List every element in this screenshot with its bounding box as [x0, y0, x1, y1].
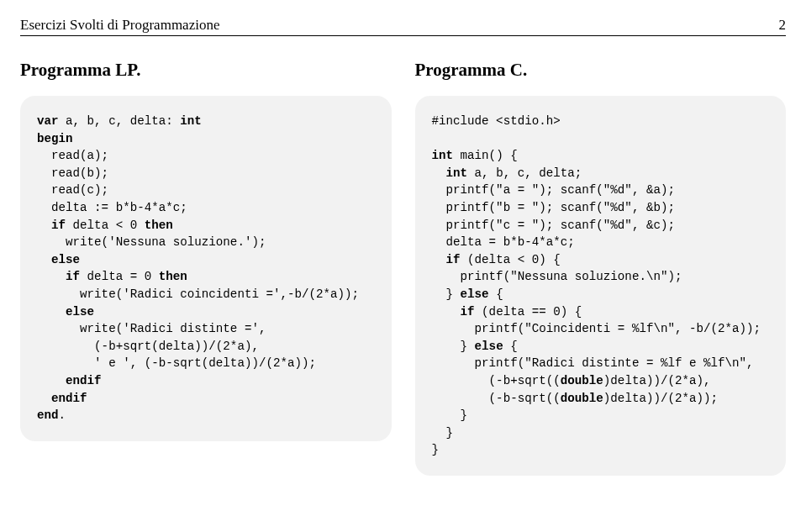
code-text: write('Nessuna soluzione.');: [37, 235, 266, 249]
code-text: {: [489, 287, 503, 301]
code-text: (-b+sqrt(delta))/(2*a),: [37, 340, 259, 353]
code-text: )delta))/(2*a),: [603, 374, 711, 387]
kw-int: int: [446, 166, 468, 180]
code-text: }: [432, 426, 454, 440]
code-text: [37, 270, 66, 283]
kw-then: then: [159, 270, 187, 283]
kw-else: else: [37, 253, 80, 266]
code-text: #include <stdio.h>: [432, 114, 561, 128]
kw-begin: begin: [37, 132, 73, 145]
kw-endif: endif: [37, 392, 87, 405]
code-text: ' e ', (-b-sqrt(delta))/(2*a));: [37, 356, 316, 370]
code-text: printf("Coincidenti = %lf\n", -b/(2*a));: [432, 322, 761, 335]
kw-if: if: [446, 253, 461, 266]
left-column: Programma LP. var a, b, c, delta: int be…: [20, 60, 392, 476]
kw-else: else: [37, 305, 94, 319]
code-text: (-b-sqrt((: [432, 392, 561, 405]
code-text: [432, 305, 461, 319]
code-text: main() {: [453, 149, 518, 162]
code-text: read(a);: [37, 149, 108, 162]
kw-else: else: [461, 287, 489, 301]
code-text: delta = 0: [80, 270, 159, 283]
code-text: [432, 166, 446, 180]
code-text: write('Radici distinte =',: [37, 322, 266, 335]
right-column: Programma C. #include <stdio.h> int main…: [415, 60, 787, 476]
right-code-box: #include <stdio.h> int main() { int a, b…: [415, 96, 787, 476]
code-text: printf("b = "); scanf("%d", &b);: [432, 201, 675, 214]
code-text: }: [432, 443, 440, 456]
kw-then: then: [145, 219, 173, 232]
kw-double: double: [561, 374, 603, 387]
left-heading: Programma LP.: [20, 60, 392, 81]
code-text: a, b, c, delta;: [467, 166, 582, 180]
left-code: var a, b, c, delta: int begin read(a); r…: [37, 113, 375, 424]
kw-if: if: [51, 219, 66, 232]
left-code-box: var a, b, c, delta: int begin read(a); r…: [20, 96, 392, 441]
code-text: [432, 253, 446, 266]
kw-if: if: [66, 270, 80, 283]
columns: Programma LP. var a, b, c, delta: int be…: [20, 60, 786, 476]
code-text: }: [432, 340, 475, 353]
code-text: }: [432, 287, 461, 301]
code-text: (delta == 0) {: [475, 305, 582, 319]
right-code: #include <stdio.h> int main() { int a, b…: [432, 113, 770, 459]
doc-title: Esercizi Svolti di Programmazione: [20, 17, 219, 34]
code-text: [37, 219, 51, 232]
code-text: (-b+sqrt((: [432, 374, 561, 387]
kw-else: else: [475, 340, 503, 353]
code-text: read(c);: [37, 183, 108, 197]
kw-int: int: [180, 114, 202, 128]
kw-double: double: [561, 392, 603, 405]
kw-endif: endif: [37, 374, 102, 387]
kw-if: if: [461, 305, 475, 319]
code-text: printf("c = "); scanf("%d", &c);: [432, 219, 675, 232]
code-text: write('Radici coincidenti =',-b/(2*a));: [37, 287, 359, 301]
code-text: printf("Nessuna soluzione.\n");: [432, 270, 682, 283]
code-text: {: [503, 340, 518, 353]
code-text: printf("Radici distinte = %lf e %lf\n",: [432, 356, 754, 370]
code-text: read(b);: [37, 166, 108, 180]
right-heading: Programma C.: [415, 60, 787, 81]
page-number: 2: [779, 17, 787, 34]
code-text: }: [432, 408, 468, 422]
code-text: delta < 0: [66, 219, 145, 232]
code-text: a, b, c, delta:: [59, 114, 181, 128]
header-line: Esercizi Svolti di Programmazione 2: [20, 17, 786, 36]
kw-var: var: [37, 114, 59, 128]
code-text: printf("a = "); scanf("%d", &a);: [432, 183, 675, 197]
code-text: delta := b*b-4*a*c;: [37, 201, 187, 214]
code-text: )delta))/(2*a));: [603, 392, 718, 405]
kw-end: end: [37, 408, 59, 422]
code-text: delta = b*b-4*a*c;: [432, 235, 575, 249]
code-text: (delta < 0) {: [461, 253, 561, 266]
kw-int: int: [432, 149, 454, 162]
